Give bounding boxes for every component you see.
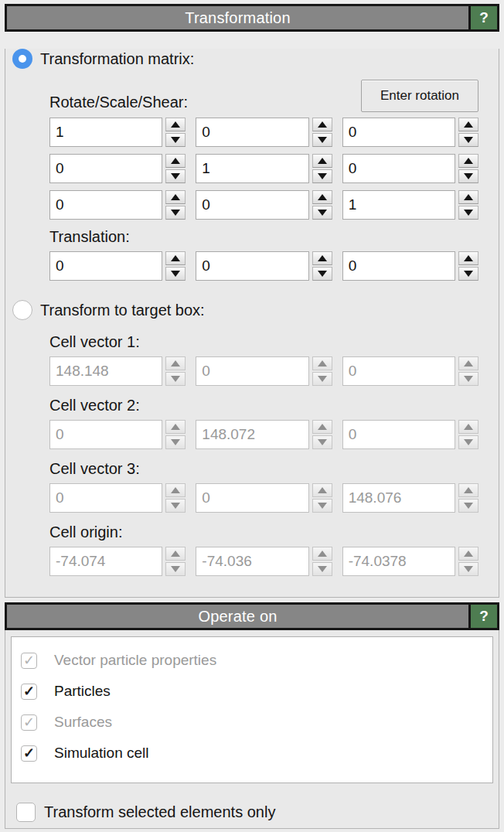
cell-vector-3-row: 0 0 148.076 bbox=[49, 483, 478, 513]
spin-down-button bbox=[165, 499, 186, 513]
matrix-input-1-2[interactable]: 0 bbox=[342, 154, 455, 183]
checkbox[interactable]: ✓ bbox=[21, 745, 37, 762]
spin-up-button bbox=[165, 356, 186, 370]
translation-z: 0 bbox=[342, 251, 478, 281]
spin-down-button[interactable] bbox=[458, 133, 478, 147]
spin-up-button bbox=[165, 420, 186, 434]
spin-down-button[interactable] bbox=[312, 169, 332, 183]
spin-down-button[interactable] bbox=[458, 267, 478, 281]
matrix-input-1-0[interactable]: 0 bbox=[49, 154, 162, 183]
arrow-down-icon bbox=[318, 210, 327, 216]
list-item-vector-particle-properties: ✓ Vector particle properties bbox=[12, 645, 492, 676]
transform-selected-only-checkbox[interactable]: ✓ bbox=[16, 803, 36, 822]
list-item-label: Particles bbox=[54, 683, 111, 700]
arrow-down-icon bbox=[464, 137, 473, 143]
spin-down-button[interactable] bbox=[165, 169, 186, 183]
list-item-particles[interactable]: ✓ Particles bbox=[12, 676, 492, 707]
arrow-up-icon bbox=[318, 360, 327, 367]
arrow-down-icon bbox=[171, 376, 180, 382]
cell-origin-z: -74.0378 bbox=[342, 547, 478, 576]
list-item-surfaces: ✓ Surfaces bbox=[12, 707, 492, 738]
spin-up-button[interactable] bbox=[165, 251, 186, 265]
spin-down-button[interactable] bbox=[165, 206, 186, 220]
cell-vector-2-z: 0 bbox=[342, 420, 478, 449]
arrow-up-icon bbox=[318, 424, 327, 430]
spin-down-button[interactable] bbox=[312, 267, 332, 281]
arrow-down-icon bbox=[318, 503, 327, 509]
matrix-input-0-1[interactable]: 0 bbox=[196, 118, 308, 147]
matrix-cell-2-2: 1 bbox=[342, 190, 478, 220]
translation-input-z[interactable]: 0 bbox=[342, 251, 455, 281]
arrow-down-icon bbox=[171, 210, 180, 216]
matrix-input-2-2[interactable]: 1 bbox=[342, 190, 455, 220]
transformation-panel-header: Transformation ? bbox=[5, 4, 499, 32]
radio-button-unselected[interactable] bbox=[12, 300, 32, 320]
help-button[interactable]: ? bbox=[468, 605, 497, 628]
arrow-up-icon bbox=[318, 121, 327, 128]
spin-up-button bbox=[312, 483, 332, 497]
transformation-matrix-radio-row[interactable]: Transformation matrix: bbox=[12, 49, 499, 69]
matrix-row-1: 0 1 0 bbox=[49, 154, 478, 183]
spin-down-button[interactable] bbox=[165, 133, 186, 147]
matrix-cell-1-2: 0 bbox=[342, 154, 478, 183]
cell-vector-1-input-x: 148.148 bbox=[49, 356, 162, 386]
checkbox[interactable]: ✓ bbox=[21, 684, 37, 700]
arrow-up-icon bbox=[318, 255, 327, 261]
cell-origin-input-y: -74.036 bbox=[196, 547, 308, 576]
spin-down-button[interactable] bbox=[312, 206, 332, 220]
spin-down-button bbox=[312, 372, 332, 386]
translation-input-y[interactable]: 0 bbox=[196, 251, 308, 281]
spin-up-button[interactable] bbox=[458, 118, 478, 131]
matrix-input-0-2[interactable]: 0 bbox=[342, 118, 455, 147]
spin-up-button[interactable] bbox=[458, 190, 478, 204]
transformation-panel: Transformation ? Transformation matrix: … bbox=[5, 4, 499, 598]
matrix-input-1-1[interactable]: 1 bbox=[196, 154, 308, 183]
arrow-up-icon bbox=[464, 424, 473, 430]
arrow-up-icon bbox=[171, 121, 180, 128]
enter-rotation-button[interactable]: Enter rotation bbox=[361, 80, 478, 112]
spin-up-button[interactable] bbox=[458, 251, 478, 265]
cell-vector-2-label: Cell vector 2: bbox=[49, 396, 499, 414]
cell-vector-1-row: 148.148 0 0 bbox=[49, 356, 478, 386]
arrow-down-icon bbox=[464, 271, 473, 277]
spin-up-button bbox=[165, 547, 186, 561]
matrix-input-0-0[interactable]: 1 bbox=[49, 118, 162, 147]
help-button[interactable]: ? bbox=[468, 6, 497, 29]
cell-vector-1-input-z: 0 bbox=[342, 356, 455, 386]
spin-down-button[interactable] bbox=[458, 206, 478, 220]
radio-label: Transformation matrix: bbox=[40, 50, 194, 68]
spin-up-button[interactable] bbox=[312, 251, 332, 265]
spin-up-button[interactable] bbox=[312, 154, 332, 168]
arrow-up-icon bbox=[464, 121, 473, 128]
matrix-cell-2-0: 0 bbox=[49, 190, 186, 220]
arrow-up-icon bbox=[464, 360, 473, 367]
spin-down-button bbox=[165, 562, 186, 576]
spin-up-button[interactable] bbox=[312, 190, 332, 204]
radio-button-selected[interactable] bbox=[12, 49, 32, 69]
checkbox: ✓ bbox=[21, 653, 37, 669]
matrix-input-2-1[interactable]: 0 bbox=[196, 190, 308, 220]
arrow-down-icon bbox=[318, 566, 327, 572]
matrix-input-2-0[interactable]: 0 bbox=[49, 190, 162, 220]
arrow-up-icon bbox=[171, 255, 180, 261]
radio-label: Transform to target box: bbox=[40, 302, 205, 319]
cell-vector-3-z: 148.076 bbox=[342, 483, 478, 513]
spin-up-button[interactable] bbox=[458, 154, 478, 168]
arrow-down-icon bbox=[171, 439, 180, 445]
cell-vector-2-x: 0 bbox=[49, 420, 186, 449]
spin-up-button[interactable] bbox=[165, 118, 186, 131]
translation-input-x[interactable]: 0 bbox=[49, 251, 162, 281]
spin-down-button bbox=[458, 435, 478, 449]
spin-down-button[interactable] bbox=[312, 133, 332, 147]
cell-vector-2-input-z: 0 bbox=[342, 420, 455, 449]
spin-up-button[interactable] bbox=[312, 118, 332, 131]
spin-up-button[interactable] bbox=[165, 154, 186, 168]
list-item-simulation-cell[interactable]: ✓ Simulation cell bbox=[12, 738, 492, 769]
spin-down-button[interactable] bbox=[165, 267, 186, 281]
transform-selected-only-row[interactable]: ✓ Transform selected elements only bbox=[11, 802, 493, 822]
spin-up-button[interactable] bbox=[165, 190, 186, 204]
target-box-radio-row[interactable]: Transform to target box: bbox=[12, 300, 499, 320]
cell-vector-3-input-z: 148.076 bbox=[342, 483, 455, 513]
arrow-down-icon bbox=[318, 376, 327, 382]
spin-down-button[interactable] bbox=[458, 169, 478, 183]
